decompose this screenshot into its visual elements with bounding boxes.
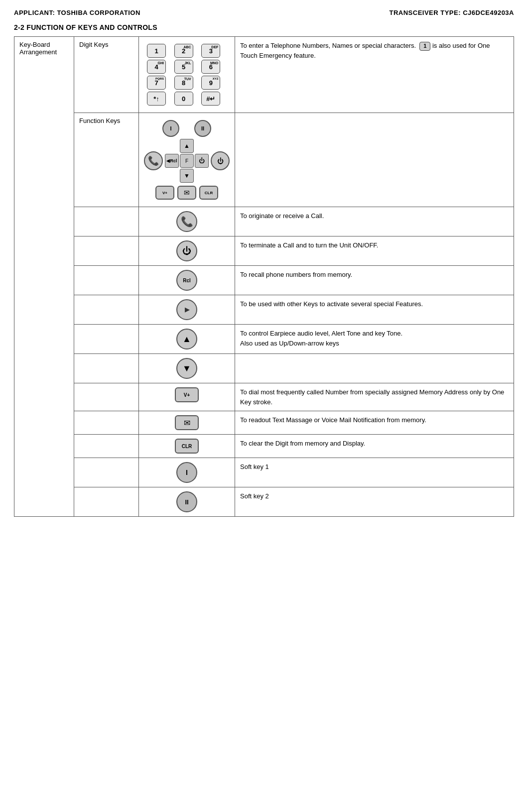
digit-key-star[interactable]: *↑ bbox=[147, 92, 166, 106]
table-row-func-keys: Function Keys I II 📞 ▲ bbox=[14, 113, 514, 207]
digit-key-2[interactable]: 2ABC bbox=[174, 44, 193, 58]
down-key-image: ▼ bbox=[139, 354, 235, 383]
subcategory-function-keys: Function Keys bbox=[74, 113, 139, 207]
digit-key-5[interactable]: 5JKL bbox=[174, 60, 193, 74]
subcategory-digit-keys: Digit Keys bbox=[74, 37, 139, 113]
digit-key-hash[interactable]: #↵ bbox=[201, 92, 220, 106]
down-key-description bbox=[235, 354, 514, 383]
clr-key-description: To clear the Digit from memory and Displ… bbox=[235, 435, 514, 458]
table-row-mail: ✉ To readout Text Massage or Voice Mail … bbox=[14, 411, 514, 435]
soft-key-1-btn[interactable]: I bbox=[162, 120, 179, 137]
digit-key-6[interactable]: 6MNO bbox=[201, 60, 220, 74]
f-key-single[interactable]: ▶ bbox=[176, 299, 197, 320]
digit-key-9[interactable]: 9XYZ bbox=[201, 76, 220, 90]
subcategory-soft2 bbox=[74, 487, 139, 517]
digit-keys-image: 1 2ABC 3DEF 4GHI 5JKL 6MNO 7PQRS 8TUV 9X… bbox=[139, 37, 235, 113]
subcategory-f bbox=[74, 295, 139, 325]
digit-key-7[interactable]: 7PQRS bbox=[147, 76, 166, 90]
vplus-key-description: To dial most frequently called Number fr… bbox=[235, 383, 514, 411]
table-row: Key-BoardArrangement Digit Keys 1 2ABC 3… bbox=[14, 37, 514, 113]
soft2-key-description: Soft key 2 bbox=[235, 487, 514, 517]
section-title: 2-2 FUNCTION OF KEYS AND CONTROLS bbox=[14, 23, 514, 31]
table-row-end: ⏻ To terminate a Call and to turn the Un… bbox=[14, 236, 514, 266]
mail-key-func[interactable]: ✉ bbox=[177, 186, 196, 200]
nav-down[interactable]: ▼ bbox=[180, 169, 194, 183]
table-row-call: 📞 To originate or receive a Call. bbox=[14, 207, 514, 236]
rcl-key-description: To recall phone numbers from memory. bbox=[235, 266, 514, 295]
table-row-vplus: V+ To dial most frequently called Number… bbox=[14, 383, 514, 411]
soft-key-1-single[interactable]: I bbox=[176, 462, 197, 483]
mail-key-image: ✉ bbox=[139, 411, 235, 435]
end-key-description: To terminate a Call and to turn the Unit… bbox=[235, 236, 514, 266]
end-key-func[interactable]: ⏻ bbox=[211, 151, 230, 170]
vplus-key-single[interactable]: V+ bbox=[175, 387, 199, 402]
table-row-rcl: Rcl To recall phone numbers from memory. bbox=[14, 266, 514, 295]
header-transceiver: TRANSCEIVER TYPE: CJ6DCE49203A bbox=[389, 9, 514, 16]
end-key-image: ⏻ bbox=[139, 236, 235, 266]
nav-right[interactable]: ⏻ bbox=[195, 154, 209, 168]
digit-key-0[interactable]: 0 bbox=[174, 92, 193, 106]
subcategory-end bbox=[74, 236, 139, 266]
nav-center[interactable]: F bbox=[180, 154, 194, 168]
table-row-f: ▶ To be used with other Keys to activate… bbox=[14, 295, 514, 325]
vplus-key-func[interactable]: V+ bbox=[155, 186, 174, 200]
up-key-image: ▲ bbox=[139, 325, 235, 354]
subcategory-clr bbox=[74, 435, 139, 458]
subcategory-down bbox=[74, 354, 139, 383]
nav-left[interactable]: ◀Rcl bbox=[165, 154, 179, 168]
main-table: Key-BoardArrangement Digit Keys 1 2ABC 3… bbox=[14, 36, 514, 517]
rcl-key-image: Rcl bbox=[139, 266, 235, 295]
end-key-single[interactable]: ⏻ bbox=[176, 240, 197, 261]
subcategory-mail bbox=[74, 411, 139, 435]
header-applicant: APPLICANT: TOSHIBA CORPORATION bbox=[14, 9, 140, 16]
digit-key-8[interactable]: 8TUV bbox=[174, 76, 193, 90]
clr-key-func[interactable]: CLR bbox=[199, 186, 218, 200]
up-key-single[interactable]: ▲ bbox=[176, 329, 197, 349]
subcategory-up bbox=[74, 325, 139, 354]
call-key-func[interactable]: 📞 bbox=[144, 151, 163, 170]
category-keyboard: Key-BoardArrangement bbox=[14, 37, 74, 517]
rcl-key-single[interactable]: Rcl bbox=[176, 270, 197, 291]
call-key-single[interactable]: 📞 bbox=[176, 211, 197, 232]
key-1-inline: 1 bbox=[419, 42, 430, 51]
digit-key-3[interactable]: 3DEF bbox=[201, 44, 220, 58]
f-key-image: ▶ bbox=[139, 295, 235, 325]
table-row-soft2: II Soft key 2 bbox=[14, 487, 514, 517]
vplus-key-image: V+ bbox=[139, 383, 235, 411]
clr-key-image: CLR bbox=[139, 435, 235, 458]
up-key-description: To control Earpiece audio level, Alert T… bbox=[235, 325, 514, 354]
digit-key-1[interactable]: 1 bbox=[147, 44, 166, 58]
mail-key-single[interactable]: ✉ bbox=[175, 415, 199, 430]
subcategory-call bbox=[74, 207, 139, 236]
function-keys-image: I II 📞 ▲ ◀Rcl F ⏻ bbox=[139, 113, 235, 207]
down-key-single[interactable]: ▼ bbox=[176, 358, 197, 379]
soft-key-2-single[interactable]: II bbox=[176, 491, 197, 512]
nav-up[interactable]: ▲ bbox=[180, 139, 194, 153]
digit-key-4[interactable]: 4GHI bbox=[147, 60, 166, 74]
soft1-key-description: Soft key 1 bbox=[235, 458, 514, 487]
table-row-clr: CLR To clear the Digit from memory and D… bbox=[14, 435, 514, 458]
mail-key-description: To readout Text Massage or Voice Mail No… bbox=[235, 411, 514, 435]
table-row-soft1: I Soft key 1 bbox=[14, 458, 514, 487]
soft2-key-image: II bbox=[139, 487, 235, 517]
subcategory-soft1 bbox=[74, 458, 139, 487]
call-key-image: 📞 bbox=[139, 207, 235, 236]
table-row-up: ▲ To control Earpiece audio level, Alert… bbox=[14, 325, 514, 354]
soft-key-2-btn[interactable]: II bbox=[194, 120, 211, 137]
subcategory-vplus bbox=[74, 383, 139, 411]
clr-key-single[interactable]: CLR bbox=[175, 439, 199, 454]
table-row-down: ▼ bbox=[14, 354, 514, 383]
function-keys-description bbox=[235, 113, 514, 207]
f-key-description: To be used with other Keys to activate s… bbox=[235, 295, 514, 325]
digit-keys-description: To enter a Telephone Numbers, Names or s… bbox=[235, 37, 514, 113]
soft1-key-image: I bbox=[139, 458, 235, 487]
subcategory-rcl bbox=[74, 266, 139, 295]
call-key-description: To originate or receive a Call. bbox=[235, 207, 514, 236]
